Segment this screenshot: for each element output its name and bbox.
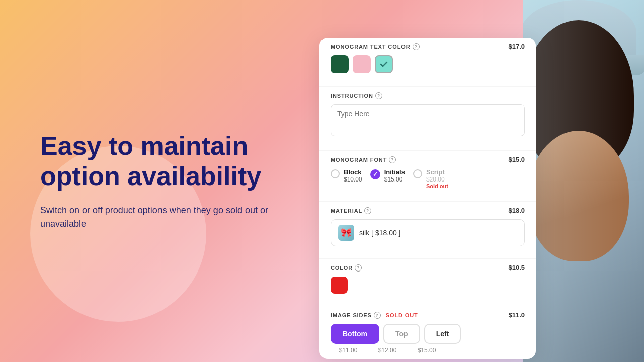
monogram-font-help-icon[interactable]: ? <box>389 156 396 163</box>
instruction-header: INSTRUCTION ? <box>331 92 525 99</box>
font-name-initials: Initials <box>384 168 405 176</box>
material-value: silk [ $18.00 ] <box>359 229 401 237</box>
bottom-price: $11.00 <box>331 347 366 354</box>
swatch-teal[interactable] <box>375 55 393 73</box>
left-section: Easy to maintain option availability Swi… <box>0 0 322 362</box>
image-sides-help-icon[interactable]: ? <box>374 312 381 319</box>
color-label: COLOR ? <box>331 264 362 272</box>
monogram-font-section: MONOGRAM FONT ? $15.0 Block $10.00 Initi… <box>319 151 536 202</box>
top-price: $12.00 <box>370 347 405 354</box>
swatch-dark-green[interactable] <box>331 55 349 73</box>
main-heading: Easy to maintain option availability <box>40 131 282 192</box>
image-sides-section: IMAGE SIDES ? Sold out $11.0 Bottom Top … <box>319 306 536 359</box>
left-price: $15.00 <box>409 347 444 354</box>
monogram-text-color-section: MONOGRAM TEXT COLOR ? $17.0 <box>319 38 536 87</box>
swatch-check-icon <box>376 56 392 72</box>
instruction-help-icon[interactable]: ? <box>375 92 382 99</box>
font-options: Block $10.00 Initials $15.00 Script $20.… <box>331 168 525 189</box>
sub-text: Switch on or off product options when th… <box>40 204 282 231</box>
font-name-block: Block <box>344 168 362 176</box>
image-sides-label: IMAGE SIDES ? Sold out <box>331 312 418 319</box>
font-details-block: Block $10.00 <box>344 168 362 183</box>
image-sides-header: IMAGE SIDES ? Sold out $11.0 <box>331 311 525 319</box>
monogram-font-header: MONOGRAM FONT ? $15.0 <box>331 156 525 163</box>
font-price-block: $10.00 <box>344 176 362 183</box>
monogram-color-price: $17.0 <box>508 43 525 50</box>
material-section: MATERIAL ? $18.0 🎀 silk [ $18.00 ] <box>319 202 536 259</box>
instruction-textarea[interactable] <box>331 104 525 136</box>
font-name-script: Script <box>426 168 448 176</box>
color-header: COLOR ? $10.5 <box>331 264 525 272</box>
color-price: $10.5 <box>508 264 525 272</box>
radio-script[interactable] <box>413 169 422 178</box>
image-sides-sold-out: Sold out <box>386 312 418 318</box>
monogram-color-label: MONOGRAM TEXT COLOR ? <box>331 43 420 50</box>
material-help-icon[interactable]: ? <box>364 207 371 214</box>
sides-prices: $11.00 $12.00 $15.00 <box>331 347 525 354</box>
image-sides-price: $11.0 <box>508 311 525 319</box>
photo-gradient <box>523 0 644 362</box>
monogram-font-label: MONOGRAM FONT ? <box>331 156 396 163</box>
color-help-icon[interactable]: ? <box>355 264 362 272</box>
monogram-font-price: $15.0 <box>508 156 525 163</box>
right-photo: 🧩 <box>523 0 644 362</box>
color-swatch-red[interactable] <box>331 277 348 294</box>
options-card: MONOGRAM TEXT COLOR ? $17.0 INSTRUCTION … <box>319 38 536 359</box>
material-label: MATERIAL ? <box>331 207 371 214</box>
radio-initials-selected[interactable] <box>370 169 380 179</box>
font-option-initials[interactable]: Initials $15.00 <box>370 168 405 183</box>
material-price: $18.0 <box>508 207 525 214</box>
font-details-initials: Initials $15.00 <box>384 168 405 183</box>
material-dropdown[interactable]: 🎀 silk [ $18.00 ] <box>331 219 525 246</box>
color-section: COLOR ? $10.5 <box>319 259 536 306</box>
font-details-script: Script $20.00 Sold out <box>426 168 448 189</box>
radio-block[interactable] <box>331 169 340 178</box>
font-price-script: $20.00 <box>426 176 448 183</box>
instruction-label: INSTRUCTION ? <box>331 92 382 99</box>
photo-placeholder: 🧩 <box>523 0 644 362</box>
font-price-initials: $15.00 <box>384 176 405 183</box>
monogram-color-help-icon[interactable]: ? <box>413 43 420 50</box>
side-btn-top[interactable]: Top <box>383 324 420 344</box>
script-sold-out-badge: Sold out <box>426 183 448 189</box>
side-btn-left[interactable]: Left <box>424 324 461 344</box>
font-option-block[interactable]: Block $10.00 <box>331 168 362 183</box>
material-icon: 🎀 <box>338 225 354 241</box>
material-header: MATERIAL ? $18.0 <box>331 207 525 214</box>
sides-buttons: Bottom Top Left <box>331 324 525 344</box>
side-btn-bottom[interactable]: Bottom <box>331 324 379 344</box>
swatch-light-pink[interactable] <box>353 55 371 73</box>
font-option-script[interactable]: Script $20.00 Sold out <box>413 168 448 189</box>
monogram-color-header: MONOGRAM TEXT COLOR ? $17.0 <box>331 43 525 50</box>
color-swatches <box>331 55 525 73</box>
instruction-section: INSTRUCTION ? <box>319 87 536 151</box>
